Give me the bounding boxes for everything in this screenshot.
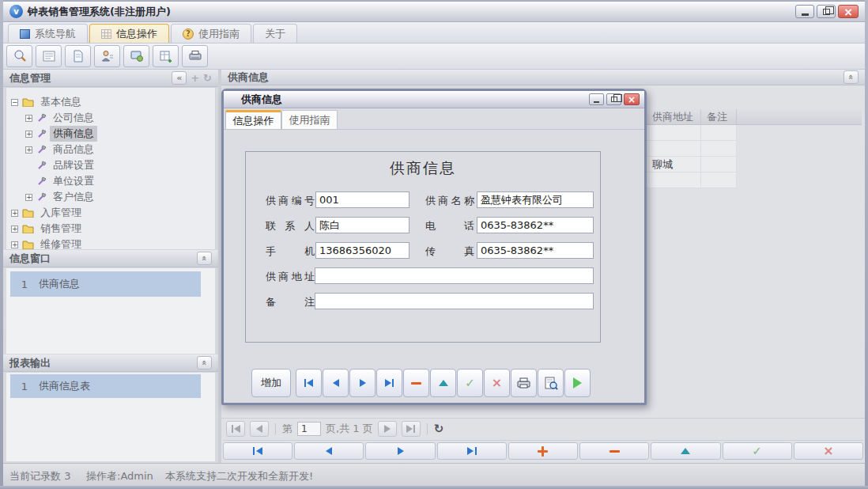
info-window-collapse-button[interactable]: « (197, 252, 212, 265)
refresh-button[interactable]: ↻ (434, 422, 444, 436)
next-record-button[interactable] (349, 369, 376, 397)
toolbar-form-button[interactable] (36, 45, 62, 67)
tab-info-operation[interactable]: 信息操作 (89, 24, 169, 43)
column-header-supplier-address[interactable]: 供商地址 (647, 109, 701, 125)
supplier-address-input[interactable] (315, 267, 594, 284)
page-first-button[interactable] (226, 421, 245, 437)
dialog-tab-info-operation[interactable]: 信息操作 (225, 110, 281, 129)
first-record-button[interactable] (296, 369, 322, 397)
tree-item-sales-mgmt[interactable]: + 销售管理 (11, 221, 85, 237)
tree-item-supplier-info[interactable]: + 供商信息 (25, 126, 97, 142)
toolbar-print-button[interactable] (182, 45, 208, 67)
app-icon: v (9, 5, 23, 18)
post-record-button[interactable]: ✓ (723, 442, 792, 460)
table-add-icon (159, 49, 173, 63)
edit-record-button[interactable] (430, 369, 456, 397)
refresh-icon[interactable]: ↻ (203, 72, 212, 84)
dialog-minimize-button[interactable] (589, 93, 604, 105)
print-button[interactable] (511, 369, 537, 397)
last-record-button[interactable] (376, 369, 402, 397)
print-preview-button[interactable] (538, 369, 564, 397)
tree-item-basic-info[interactable]: − 基本信息 (11, 94, 85, 110)
table-row[interactable] (647, 125, 737, 141)
report-list-item[interactable]: 1 供商信息表 (10, 374, 201, 398)
expand-toggle[interactable]: + (25, 146, 32, 154)
toolbar-search-button[interactable] (6, 45, 32, 67)
page-input[interactable] (297, 422, 321, 436)
insert-record-button[interactable] (508, 442, 578, 460)
cell-supplier-address (647, 125, 701, 141)
info-window-list-item[interactable]: 1 供商信息 (10, 271, 201, 297)
contact-person-input[interactable] (315, 217, 409, 233)
cancel-record-button[interactable]: × (794, 442, 863, 460)
sidebar-collapse-button[interactable]: « (172, 71, 187, 85)
minus-icon (609, 450, 620, 453)
expand-toggle[interactable]: − (11, 99, 18, 106)
item-index: 1 (10, 279, 39, 290)
nav-first-button[interactable] (223, 442, 292, 460)
page-prev-button[interactable] (250, 421, 269, 437)
table-row[interactable] (647, 172, 737, 188)
arrow-left-icon (326, 447, 332, 455)
nav-next-button[interactable] (365, 442, 435, 460)
mobile-input[interactable] (315, 242, 409, 259)
separator (427, 423, 428, 434)
prev-record-button[interactable] (323, 369, 349, 397)
delete-record-button[interactable] (579, 442, 649, 460)
main-panel-collapse-button[interactable]: « (843, 70, 859, 84)
expand-toggle[interactable]: + (11, 210, 18, 217)
close-button[interactable]: × (838, 5, 859, 18)
tab-system-navigation[interactable]: 系统导航 (8, 24, 88, 43)
edit-record-button[interactable] (651, 442, 720, 460)
dialog-title-bar[interactable]: 供商信息 × (224, 91, 644, 108)
post-record-button[interactable]: ✓ (457, 369, 483, 397)
toolbar-window-button[interactable] (123, 45, 149, 67)
toolbar-table-button[interactable] (153, 45, 179, 67)
column-header-remark[interactable]: 备注 (701, 109, 737, 125)
nav-last-button[interactable] (437, 442, 507, 460)
page-last-button[interactable] (402, 421, 421, 437)
tab-about[interactable]: 关于 (253, 24, 297, 43)
expand-toggle[interactable]: + (11, 241, 18, 248)
tree-item-inbound-mgmt[interactable]: + 入库管理 (11, 205, 85, 221)
expand-toggle[interactable]: + (11, 226, 18, 233)
dialog-maximize-button[interactable] (606, 93, 621, 105)
add-icon[interactable]: + (191, 72, 199, 84)
add-button[interactable]: 增加 (251, 369, 291, 397)
expand-toggle[interactable]: + (25, 115, 32, 122)
supplier-name-input[interactable] (477, 191, 594, 208)
tree-item-unit-settings[interactable]: 单位设置 (25, 173, 97, 189)
tree-item-brand-settings[interactable]: 品牌设置 (25, 157, 97, 173)
toolbar-document-button[interactable] (65, 45, 91, 67)
tab-label: 关于 (265, 27, 285, 41)
expand-toggle[interactable]: + (25, 194, 32, 201)
supplier-code-input[interactable] (315, 191, 409, 208)
nav-prev-button[interactable] (294, 442, 364, 460)
tree-item-customer-info[interactable]: + 客户信息 (25, 189, 97, 205)
cancel-record-button[interactable]: × (484, 369, 510, 397)
tree-item-company-info[interactable]: + 公司信息 (25, 110, 97, 126)
table-row[interactable]: 聊城 (647, 157, 737, 172)
table-row[interactable] (647, 141, 737, 157)
tree-label: 供商信息 (50, 126, 97, 142)
phone-input[interactable] (477, 217, 594, 233)
delete-record-button[interactable] (403, 369, 429, 397)
restore-button[interactable] (817, 5, 836, 18)
dialog-close-button[interactable]: × (624, 93, 640, 105)
execute-button[interactable] (564, 369, 591, 397)
page-next-button[interactable] (378, 421, 397, 437)
tab-user-guide[interactable]: ? 使用指南 (171, 24, 251, 43)
window-border (0, 486, 868, 489)
remark-input[interactable] (315, 293, 594, 309)
plus-icon (538, 446, 548, 457)
tool-icon (36, 113, 47, 123)
toolbar-user-button[interactable] (94, 45, 120, 67)
report-collapse-button[interactable]: « (197, 356, 212, 370)
fax-input[interactable] (477, 242, 594, 259)
dialog-tab-user-guide[interactable]: 使用指南 (281, 110, 338, 129)
minimize-button[interactable] (795, 5, 814, 18)
supplier-address-label: 供商地址 (266, 270, 315, 284)
tree-item-product-info[interactable]: + 商品信息 (25, 142, 97, 157)
dialog-tab-bar: 信息操作 使用指南 (224, 108, 644, 129)
expand-toggle[interactable]: + (25, 131, 32, 138)
